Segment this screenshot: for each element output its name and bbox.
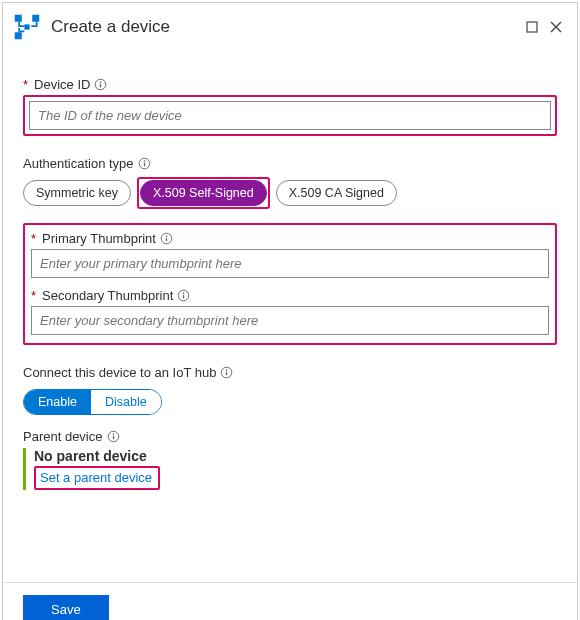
- svg-point-16: [183, 292, 185, 294]
- parent-device-value: No parent device: [34, 448, 557, 464]
- auth-type-options: Symmetric key X.509 Self-Signed X.509 CA…: [23, 177, 557, 209]
- info-icon[interactable]: [160, 232, 173, 245]
- device-id-label: * Device ID: [23, 77, 557, 92]
- auth-type-label-text: Authentication type: [23, 156, 134, 171]
- info-icon[interactable]: [138, 157, 151, 170]
- create-device-panel: Create a device * Device ID Authenticati…: [2, 2, 578, 620]
- secondary-thumbprint-input[interactable]: [31, 306, 549, 335]
- svg-point-10: [143, 160, 145, 162]
- form-body: * Device ID Authentication type Symmetri…: [3, 47, 577, 502]
- svg-point-19: [226, 369, 228, 371]
- svg-rect-21: [112, 436, 113, 440]
- device-id-highlight: [23, 95, 557, 136]
- parent-device-label: Parent device: [23, 429, 557, 444]
- primary-thumbprint-label: * Primary Thumbprint: [31, 231, 549, 246]
- close-icon[interactable]: [549, 20, 563, 34]
- set-parent-link[interactable]: Set a parent device: [40, 470, 152, 485]
- svg-rect-18: [226, 372, 227, 376]
- auth-option-x509-ca[interactable]: X.509 CA Signed: [276, 180, 397, 206]
- info-icon[interactable]: [94, 78, 107, 91]
- footer: Save: [3, 582, 577, 620]
- info-icon[interactable]: [177, 289, 190, 302]
- svg-rect-0: [15, 15, 22, 22]
- required-asterisk: *: [23, 77, 28, 92]
- connect-disable[interactable]: Disable: [91, 390, 161, 414]
- dialog-title: Create a device: [51, 17, 525, 37]
- required-asterisk: *: [31, 231, 36, 246]
- svg-rect-1: [32, 15, 39, 22]
- titlebar: Create a device: [3, 3, 577, 47]
- svg-rect-2: [15, 32, 22, 39]
- connect-hub-label-text: Connect this device to an IoT hub: [23, 365, 216, 380]
- auth-type-label: Authentication type: [23, 156, 557, 171]
- required-asterisk: *: [31, 288, 36, 303]
- parent-device-label-text: Parent device: [23, 429, 103, 444]
- set-parent-highlight: Set a parent device: [34, 466, 160, 490]
- connect-hub-toggle: Enable Disable: [23, 389, 162, 415]
- device-icon: [13, 13, 41, 41]
- svg-point-7: [100, 81, 102, 83]
- auth-option-x509-self-highlight: X.509 Self-Signed: [137, 177, 270, 209]
- svg-rect-4: [527, 22, 537, 32]
- svg-rect-12: [166, 238, 167, 242]
- info-icon[interactable]: [220, 366, 233, 379]
- connect-enable[interactable]: Enable: [24, 390, 91, 414]
- secondary-thumbprint-label-text: Secondary Thumbprint: [42, 288, 173, 303]
- device-id-label-text: Device ID: [34, 77, 90, 92]
- svg-rect-15: [183, 295, 184, 299]
- save-button[interactable]: Save: [23, 595, 109, 620]
- parent-device-block: No parent device Set a parent device: [23, 448, 557, 490]
- auth-option-symmetric[interactable]: Symmetric key: [23, 180, 131, 206]
- maximize-icon[interactable]: [525, 20, 539, 34]
- auth-option-x509-self[interactable]: X.509 Self-Signed: [140, 180, 267, 206]
- svg-rect-6: [100, 84, 101, 88]
- device-id-input[interactable]: [29, 101, 551, 130]
- info-icon[interactable]: [107, 430, 120, 443]
- svg-rect-3: [24, 24, 29, 29]
- primary-thumbprint-label-text: Primary Thumbprint: [42, 231, 156, 246]
- window-controls: [525, 20, 567, 34]
- svg-point-13: [166, 235, 168, 237]
- thumbprints-highlight: * Primary Thumbprint * Secondary Thumbpr…: [23, 223, 557, 345]
- svg-rect-9: [143, 163, 144, 167]
- secondary-thumbprint-label: * Secondary Thumbprint: [31, 288, 549, 303]
- primary-thumbprint-input[interactable]: [31, 249, 549, 278]
- connect-hub-label: Connect this device to an IoT hub: [23, 365, 557, 380]
- svg-point-22: [112, 433, 114, 435]
